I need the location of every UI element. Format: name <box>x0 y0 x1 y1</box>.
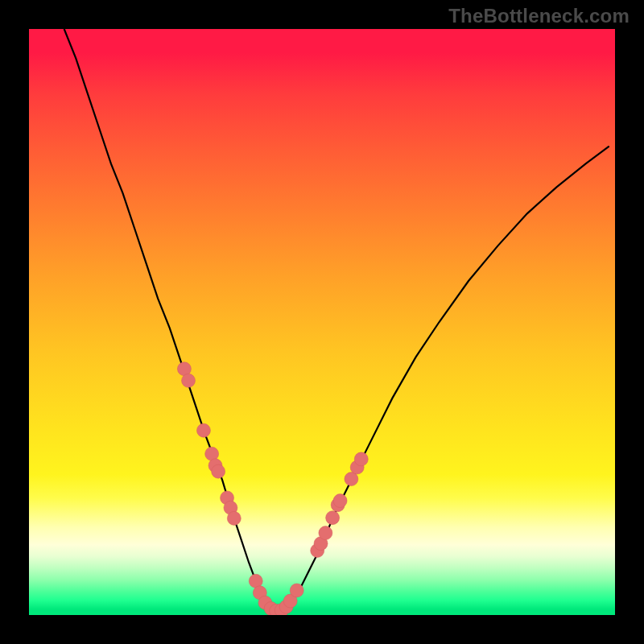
data-marker <box>326 511 340 525</box>
data-marker <box>196 423 210 437</box>
watermark-text: TheBottleneck.com <box>448 5 630 27</box>
data-marker <box>227 511 241 525</box>
data-marker <box>319 526 332 540</box>
data-markers <box>177 362 368 615</box>
data-marker <box>333 494 347 508</box>
data-marker <box>182 374 196 387</box>
data-marker <box>354 452 368 466</box>
curve-layer <box>29 29 615 615</box>
plot-area <box>29 29 615 615</box>
data-marker <box>205 447 219 460</box>
chart-frame: TheBottleneck.com <box>0 0 644 644</box>
data-marker <box>212 464 225 478</box>
bottleneck-curve <box>64 29 609 612</box>
data-marker <box>290 584 303 597</box>
